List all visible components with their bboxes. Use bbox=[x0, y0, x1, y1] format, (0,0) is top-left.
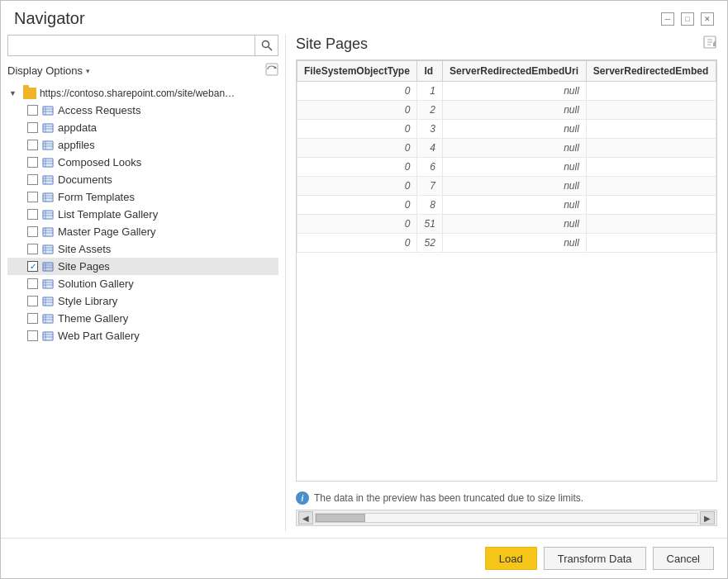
tree-item-checkbox[interactable] bbox=[27, 140, 38, 150]
tree-item-label: Style Library bbox=[58, 295, 117, 307]
minimize-button[interactable]: ─ bbox=[661, 12, 674, 26]
maximize-button[interactable]: □ bbox=[681, 12, 694, 26]
cancel-button[interactable]: Cancel bbox=[653, 547, 714, 570]
table-cell: null bbox=[442, 177, 586, 196]
list-icon bbox=[41, 313, 55, 325]
table-cell: null bbox=[442, 139, 586, 158]
tree-item[interactable]: Style Library bbox=[7, 292, 278, 310]
tree-item-label: Documents bbox=[58, 173, 112, 186]
tree-item[interactable]: Site Assets bbox=[7, 240, 278, 258]
col-header-filesystem: FileSystemObjectType bbox=[297, 61, 417, 82]
tree-item-checkbox[interactable] bbox=[27, 244, 38, 254]
table-cell: null bbox=[442, 101, 586, 120]
horizontal-scrollbar[interactable]: ◀ ▶ bbox=[296, 510, 717, 526]
svg-line-1 bbox=[268, 47, 272, 51]
tree-item[interactable]: Site Pages bbox=[7, 258, 278, 275]
search-row bbox=[7, 35, 278, 56]
tree-item-checkbox[interactable] bbox=[27, 278, 38, 289]
tree-item[interactable]: List Template Gallery bbox=[7, 206, 278, 223]
tree-item-checkbox[interactable] bbox=[27, 261, 38, 272]
table-cell: 0 bbox=[297, 101, 417, 120]
tree-item[interactable]: Composed Looks bbox=[7, 154, 278, 171]
list-icon bbox=[41, 140, 55, 151]
list-icon bbox=[41, 157, 55, 168]
list-icon bbox=[41, 330, 55, 342]
tree-item-checkbox[interactable] bbox=[27, 122, 38, 133]
scroll-track bbox=[315, 513, 698, 523]
export-icon bbox=[702, 35, 717, 50]
tree-item[interactable]: Documents bbox=[7, 171, 278, 188]
tree-item-checkbox[interactable] bbox=[27, 296, 38, 306]
display-options-button[interactable]: Display Options ▾ bbox=[7, 64, 90, 77]
left-panel: Display Options ▾ ▼ https://cont bbox=[1, 35, 286, 531]
table-cell: 0 bbox=[297, 158, 417, 177]
scroll-thumb[interactable] bbox=[316, 514, 365, 522]
table-cell: 0 bbox=[297, 234, 417, 253]
data-table-container: FileSystemObjectType Id ServerRedirected… bbox=[296, 59, 717, 482]
search-input[interactable] bbox=[7, 35, 255, 56]
tree-item[interactable]: appfiles bbox=[7, 136, 278, 154]
tree-item-checkbox[interactable] bbox=[27, 105, 38, 116]
footer: Load Transform Data Cancel bbox=[1, 538, 727, 578]
folder-icon bbox=[23, 88, 36, 99]
col-header-id: Id bbox=[417, 61, 442, 82]
preview-export-button[interactable] bbox=[702, 35, 717, 53]
transform-data-button[interactable]: Transform Data bbox=[544, 547, 646, 570]
close-button[interactable]: ✕ bbox=[701, 12, 714, 26]
tree-item[interactable]: Solution Gallery bbox=[7, 275, 278, 292]
list-icon bbox=[41, 122, 55, 134]
tree-item[interactable]: appdata bbox=[7, 119, 278, 136]
table-cell: null bbox=[442, 120, 586, 139]
list-icon bbox=[41, 296, 55, 307]
table-cell: 4 bbox=[417, 139, 442, 158]
tree-root-item[interactable]: ▼ https://contoso.sharepoint.com/site/we… bbox=[7, 85, 278, 102]
table-cell bbox=[586, 215, 716, 234]
table-cell bbox=[586, 158, 716, 177]
refresh-button[interactable] bbox=[265, 63, 278, 78]
table-row: 02null bbox=[297, 101, 716, 120]
table-cell: 8 bbox=[417, 196, 442, 215]
tree-area: ▼ https://contoso.sharepoint.com/site/we… bbox=[7, 85, 278, 531]
tree-item-label: Site Assets bbox=[58, 243, 111, 255]
list-icon bbox=[41, 209, 55, 221]
tree-item-checkbox[interactable] bbox=[27, 192, 38, 202]
table-cell bbox=[586, 82, 716, 101]
search-icon bbox=[261, 40, 273, 51]
list-icon bbox=[41, 174, 55, 186]
tree-item-label: Web Part Gallery bbox=[58, 330, 140, 342]
table-cell bbox=[586, 120, 716, 139]
list-icon bbox=[41, 261, 55, 273]
tree-item-label: Site Pages bbox=[58, 260, 110, 273]
tree-item[interactable]: Web Part Gallery bbox=[7, 327, 278, 344]
tree-item-checkbox[interactable] bbox=[27, 157, 38, 168]
info-icon: i bbox=[296, 491, 309, 505]
tree-item[interactable]: Theme Gallery bbox=[7, 310, 278, 327]
content-area: Display Options ▾ ▼ https://cont bbox=[1, 28, 727, 538]
load-button[interactable]: Load bbox=[485, 547, 537, 570]
tree-item-label: Form Templates bbox=[58, 191, 135, 203]
preview-title: Site Pages bbox=[296, 36, 368, 53]
tree-item-checkbox[interactable] bbox=[27, 330, 38, 341]
list-icon bbox=[41, 192, 55, 203]
search-button[interactable] bbox=[255, 35, 278, 56]
tree-item-checkbox[interactable] bbox=[27, 209, 38, 220]
scroll-left-button[interactable]: ◀ bbox=[298, 511, 313, 524]
tree-item-checkbox[interactable] bbox=[27, 313, 38, 324]
scroll-right-button[interactable]: ▶ bbox=[700, 511, 715, 524]
expand-icon: ▼ bbox=[9, 89, 17, 97]
table-cell: 7 bbox=[417, 177, 442, 196]
window-controls: ─ □ ✕ bbox=[661, 12, 714, 26]
tree-item[interactable]: Master Page Gallery bbox=[7, 223, 278, 240]
tree-item[interactable]: Form Templates bbox=[7, 188, 278, 206]
table-header-row: FileSystemObjectType Id ServerRedirected… bbox=[297, 61, 716, 82]
tree-item-label: List Template Gallery bbox=[58, 208, 158, 221]
col-header-serverredirectedembeduri: ServerRedirectedEmbedUri bbox=[442, 61, 586, 82]
list-icon bbox=[41, 278, 55, 290]
tree-item-label: Theme Gallery bbox=[58, 312, 128, 325]
tree-item-checkbox[interactable] bbox=[27, 226, 38, 237]
tree-item-label: Master Page Gallery bbox=[58, 225, 156, 238]
tree-item[interactable]: Access Requests bbox=[7, 102, 278, 119]
table-cell: 0 bbox=[297, 120, 417, 139]
table-cell bbox=[586, 177, 716, 196]
tree-item-checkbox[interactable] bbox=[27, 174, 38, 185]
